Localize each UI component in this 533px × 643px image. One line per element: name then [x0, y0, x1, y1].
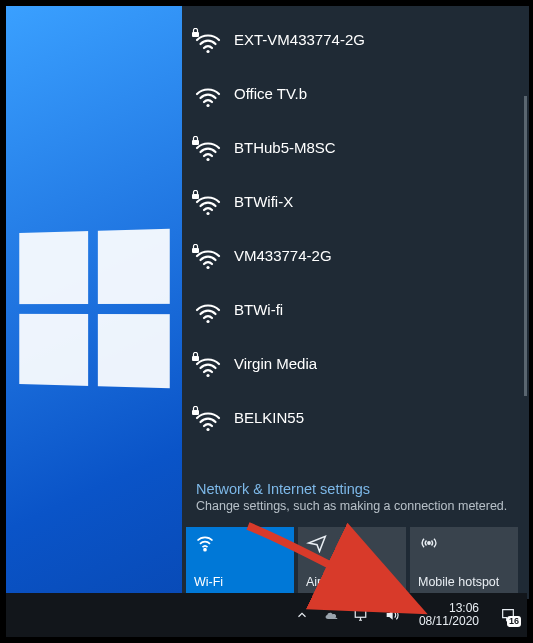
network-item[interactable]: BTWi-fi: [182, 282, 529, 336]
network-list: EXT-VM433774-2G Office TV.b BTHub5-M8SC …: [182, 6, 529, 471]
svg-rect-0: [192, 32, 199, 37]
wifi-secured-icon: [192, 24, 222, 54]
settings-title: Network & Internet settings: [196, 481, 515, 497]
svg-point-4: [206, 158, 209, 161]
wifi-tile-label: Wi-Fi: [194, 575, 286, 589]
network-flyout: EXT-VM433774-2G Office TV.b BTHub5-M8SC …: [182, 6, 529, 599]
windows-logo: [19, 229, 170, 388]
svg-rect-16: [355, 610, 366, 618]
network-tray-icon[interactable]: [353, 606, 371, 624]
scrollbar[interactable]: [524, 96, 527, 396]
network-item[interactable]: EXT-VM433774-2G: [182, 12, 529, 66]
wifi-secured-icon: [192, 132, 222, 162]
wifi-secured-icon: [192, 348, 222, 378]
svg-point-6: [206, 212, 209, 215]
airplane-tile-label: Airplane mode: [306, 575, 398, 589]
network-item[interactable]: Office TV.b: [182, 66, 529, 120]
tray-chevron-icon[interactable]: [293, 606, 311, 624]
network-name: EXT-VM433774-2G: [234, 31, 365, 48]
svg-point-1: [206, 50, 209, 53]
settings-subtitle: Change settings, such as making a connec…: [196, 499, 515, 513]
airplane-tile[interactable]: Airplane mode: [298, 527, 406, 595]
screenshot-frame: EXT-VM433774-2G Office TV.b BTHub5-M8SC …: [0, 0, 533, 643]
svg-point-15: [428, 542, 430, 544]
network-name: VM433774-2G: [234, 247, 332, 264]
svg-rect-10: [192, 356, 199, 361]
svg-point-13: [206, 428, 209, 431]
network-settings-link[interactable]: Network & Internet settings Change setti…: [182, 471, 529, 521]
action-center-icon[interactable]: 16: [497, 605, 519, 625]
svg-rect-12: [192, 410, 199, 415]
svg-point-8: [206, 266, 209, 269]
svg-rect-3: [192, 140, 199, 145]
airplane-icon: [306, 533, 398, 555]
desktop-wallpaper: EXT-VM433774-2G Office TV.b BTHub5-M8SC …: [6, 6, 527, 637]
network-item[interactable]: BTWifi-X: [182, 174, 529, 228]
network-name: Virgin Media: [234, 355, 317, 372]
taskbar: 13:06 08/11/2020 16: [6, 593, 527, 637]
network-name: BELKIN55: [234, 409, 304, 426]
network-name: Office TV.b: [234, 85, 307, 102]
volume-icon[interactable]: [383, 606, 401, 624]
wifi-secured-icon: [192, 240, 222, 270]
hotspot-tile-label: Mobile hotspot: [418, 575, 510, 589]
network-item[interactable]: BELKIN55: [182, 390, 529, 444]
hotspot-icon: [418, 533, 510, 555]
wifi-open-icon: [192, 78, 222, 108]
network-item[interactable]: VM433774-2G: [182, 228, 529, 282]
network-item[interactable]: BTHub5-M8SC: [182, 120, 529, 174]
wifi-secured-icon: [192, 186, 222, 216]
svg-point-11: [206, 374, 209, 377]
wifi-secured-icon: [192, 402, 222, 432]
notification-badge: 16: [507, 616, 521, 627]
wifi-icon: [194, 533, 286, 555]
clock-date: 08/11/2020: [419, 615, 479, 628]
onedrive-icon[interactable]: [323, 606, 341, 624]
quick-action-tiles: Wi-Fi Airplane mode: [182, 521, 529, 599]
network-name: BTWifi-X: [234, 193, 293, 210]
wifi-open-icon: [192, 294, 222, 324]
svg-point-14: [204, 549, 206, 551]
wifi-tile[interactable]: Wi-Fi: [186, 527, 294, 595]
system-tray: 13:06 08/11/2020 16: [293, 602, 527, 628]
network-name: BTHub5-M8SC: [234, 139, 336, 156]
svg-point-9: [206, 320, 209, 323]
taskbar-clock[interactable]: 13:06 08/11/2020: [413, 602, 485, 628]
svg-rect-5: [192, 194, 199, 199]
svg-rect-7: [192, 248, 199, 253]
network-item[interactable]: Virgin Media: [182, 336, 529, 390]
svg-point-2: [206, 104, 209, 107]
hotspot-tile[interactable]: Mobile hotspot: [410, 527, 518, 595]
network-name: BTWi-fi: [234, 301, 283, 318]
